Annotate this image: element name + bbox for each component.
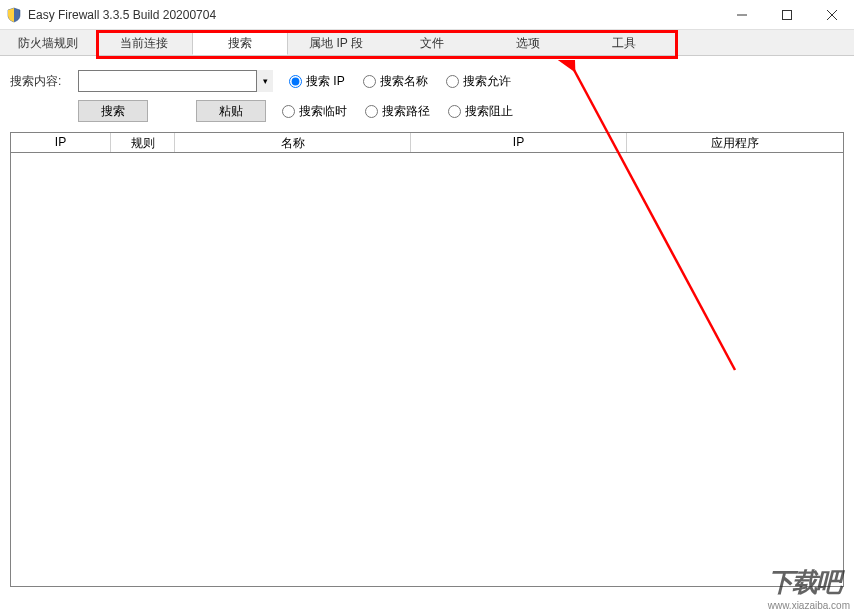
results-table[interactable]: IP 规则 名称 IP 应用程序 <box>10 132 844 587</box>
search-input[interactable] <box>78 70 273 92</box>
col-app[interactable]: 应用程序 <box>627 133 843 152</box>
radio-group-2: 搜索临时 搜索路径 搜索阻止 <box>282 103 513 120</box>
search-panel: 搜索内容: ▾ 搜索 IP 搜索名称 搜索允许 搜索 粘贴 搜索临时 搜索路径 … <box>0 56 854 597</box>
search-label: 搜索内容: <box>10 73 70 90</box>
radio-group-1: 搜索 IP 搜索名称 搜索允许 <box>289 73 511 90</box>
window-title: Easy Firewall 3.3.5 Build 20200704 <box>28 8 719 22</box>
tab-file[interactable]: 文件 <box>384 30 480 55</box>
close-button[interactable] <box>809 0 854 29</box>
radio-search-allow[interactable]: 搜索允许 <box>446 73 511 90</box>
paste-button[interactable]: 粘贴 <box>196 100 266 122</box>
tab-ip-region[interactable]: 属地 IP 段 <box>288 30 384 55</box>
tab-current-connections[interactable]: 当前连接 <box>96 30 192 55</box>
minimize-button[interactable] <box>719 0 764 29</box>
button-row: 搜索 粘贴 <box>78 100 266 122</box>
app-icon <box>6 7 22 23</box>
search-button[interactable]: 搜索 <box>78 100 148 122</box>
col-rule[interactable]: 规则 <box>111 133 175 152</box>
window-controls <box>719 0 854 29</box>
radio-search-ip[interactable]: 搜索 IP <box>289 73 345 90</box>
titlebar: Easy Firewall 3.3.5 Build 20200704 <box>0 0 854 30</box>
radio-search-temp[interactable]: 搜索临时 <box>282 103 347 120</box>
tab-firewall-rules[interactable]: 防火墙规则 <box>0 30 96 55</box>
col-ip2[interactable]: IP <box>411 133 627 152</box>
watermark-logo: 下载吧 <box>768 565 850 600</box>
tab-tools[interactable]: 工具 <box>576 30 672 55</box>
search-row-2: 搜索 粘贴 搜索临时 搜索路径 搜索阻止 <box>10 100 844 122</box>
radio-search-name[interactable]: 搜索名称 <box>363 73 428 90</box>
table-header: IP 规则 名称 IP 应用程序 <box>11 133 843 153</box>
col-name[interactable]: 名称 <box>175 133 411 152</box>
watermark: 下载吧 www.xiazaiba.com <box>768 565 850 611</box>
radio-search-path[interactable]: 搜索路径 <box>365 103 430 120</box>
watermark-url: www.xiazaiba.com <box>768 600 850 611</box>
radio-search-block[interactable]: 搜索阻止 <box>448 103 513 120</box>
tab-bar: 防火墙规则 当前连接 搜索 属地 IP 段 文件 选项 工具 <box>0 30 854 56</box>
search-row-1: 搜索内容: ▾ 搜索 IP 搜索名称 搜索允许 <box>10 70 844 92</box>
tab-search[interactable]: 搜索 <box>192 30 288 55</box>
maximize-button[interactable] <box>764 0 809 29</box>
svg-rect-1 <box>782 10 791 19</box>
col-ip[interactable]: IP <box>11 133 111 152</box>
search-combo: ▾ <box>78 70 273 92</box>
dropdown-icon[interactable]: ▾ <box>256 70 273 92</box>
tab-options[interactable]: 选项 <box>480 30 576 55</box>
